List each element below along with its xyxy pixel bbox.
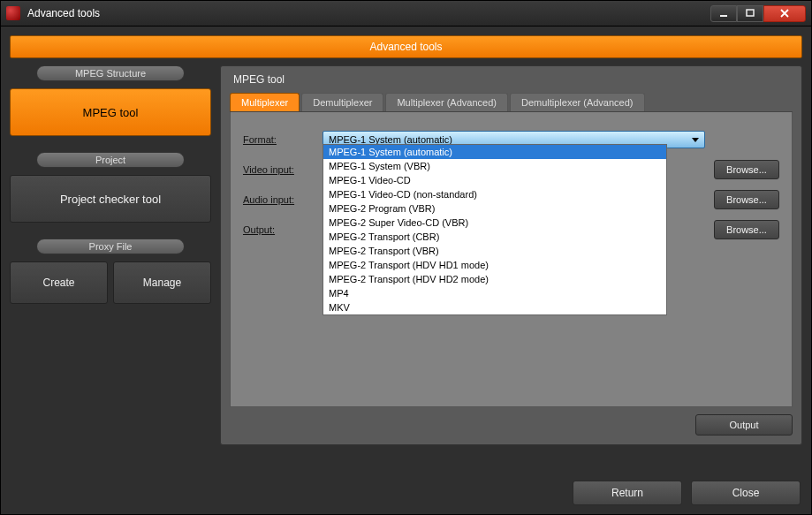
close-button[interactable]: [763, 5, 806, 22]
tab-strip: Multiplexer Demultiplexer Multiplexer (A…: [230, 93, 793, 112]
format-dropdown-list[interactable]: MPEG-1 System (automatic) MPEG-1 System …: [323, 144, 667, 315]
app-icon: [6, 6, 20, 20]
svg-rect-1: [747, 10, 754, 16]
maximize-button[interactable]: [737, 5, 763, 22]
minimize-button[interactable]: [710, 5, 737, 22]
sidebar-btn-manage[interactable]: Manage: [113, 261, 211, 304]
format-option[interactable]: MPEG-2 Transport (VBR): [323, 244, 666, 258]
main-panel: MPEG tool Multiplexer Demultiplexer Mult…: [220, 65, 802, 445]
format-option[interactable]: MKV: [323, 300, 666, 314]
output-button[interactable]: Output: [695, 414, 793, 435]
sidebar-btn-project-checker[interactable]: Project checker tool: [10, 175, 211, 223]
format-option[interactable]: MPEG-1 System (VBR): [323, 159, 666, 173]
svg-rect-0: [720, 15, 727, 17]
section-header-project: Project: [36, 152, 185, 168]
browse-video-button[interactable]: Browse...: [714, 160, 779, 179]
sidebar-btn-create[interactable]: Create: [10, 261, 108, 304]
section-header-mpeg-structure: MPEG Structure: [36, 65, 185, 81]
format-option[interactable]: MPEG-1 Video-CD (non-standard): [323, 187, 666, 201]
browse-audio-button[interactable]: Browse...: [714, 190, 779, 209]
format-label: Format:: [243, 134, 323, 145]
tab-multiplexer-advanced[interactable]: Multiplexer (Advanced): [385, 93, 508, 111]
format-option[interactable]: MPEG-1 System (automatic): [323, 145, 666, 159]
chevron-down-icon: [692, 138, 699, 142]
footer-buttons: Return Close: [573, 481, 801, 505]
section-header-proxy-file: Proxy File: [36, 239, 185, 254]
format-option[interactable]: MP4: [323, 286, 666, 300]
tab-demultiplexer[interactable]: Demultiplexer: [301, 93, 383, 111]
window-controls: [710, 5, 806, 22]
browse-output-button[interactable]: Browse...: [714, 220, 779, 239]
format-option[interactable]: MPEG-1 Video-CD: [323, 173, 666, 187]
sidebar-btn-mpeg-tool[interactable]: MPEG tool: [10, 88, 211, 136]
tab-demultiplexer-advanced[interactable]: Demultiplexer (Advanced): [510, 93, 645, 111]
format-option[interactable]: MPEG-2 Transport (CBR): [323, 230, 666, 244]
window: Advanced tools Advanced tools MPEG Struc…: [0, 0, 812, 515]
return-button[interactable]: Return: [573, 481, 682, 505]
format-option[interactable]: MPEG-2 Super Video-CD (VBR): [323, 216, 666, 230]
video-input-label: Video input:: [243, 164, 323, 175]
titlebar: Advanced tools: [1, 1, 811, 27]
format-option[interactable]: MPEG-2 Transport (HDV HD2 mode): [323, 272, 666, 286]
window-title: Advanced tools: [27, 7, 710, 19]
content-area: Advanced tools MPEG Structure MPEG tool …: [1, 27, 811, 514]
output-label: Output:: [243, 224, 323, 235]
tab-body: Format: MPEG-1 System (automatic) Video …: [230, 112, 793, 407]
tab-multiplexer[interactable]: Multiplexer: [230, 93, 300, 111]
page-header: Advanced tools: [10, 35, 802, 58]
sidebar: MPEG Structure MPEG tool Project Project…: [10, 65, 211, 445]
page-header-text: Advanced tools: [369, 41, 442, 53]
panel-title: MPEG tool: [233, 73, 793, 86]
close-main-button[interactable]: Close: [691, 481, 801, 505]
format-option[interactable]: MPEG-2 Program (VBR): [323, 201, 666, 216]
audio-input-label: Audio input:: [243, 194, 323, 205]
format-option[interactable]: MPEG-2 Transport (HDV HD1 mode): [323, 258, 666, 272]
